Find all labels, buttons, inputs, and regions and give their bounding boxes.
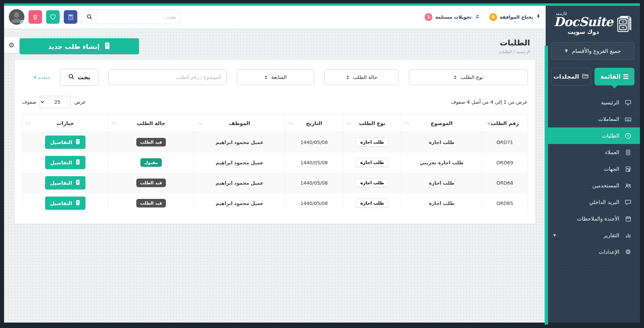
- document-icon: [75, 179, 80, 186]
- page-size-select[interactable]: 25: [40, 96, 71, 108]
- id-badge-icon: [624, 149, 632, 156]
- sidebar-item-settings[interactable]: ⚙ الإعدادات: [546, 244, 640, 260]
- notifications: يحتاج الموافقة 5 تحويلات مستلمة 1: [425, 13, 541, 21]
- column-header-options[interactable]: خيارات ↓↑: [22, 115, 108, 132]
- reports-chart-icon: [624, 232, 632, 239]
- chevron-down-icon: ▼: [553, 233, 556, 238]
- sidebar-item-users[interactable]: المستخدمين: [546, 177, 640, 194]
- logo-title: DocSuite: [554, 15, 613, 29]
- transfer-icon: [474, 14, 481, 20]
- requests-card: نوع الطلب حالة الطلب المتابعة: [14, 60, 535, 224]
- scrollbar[interactable]: [545, 46, 548, 325]
- request-type-select[interactable]: نوع الطلب: [409, 69, 528, 85]
- sidebar-tabs: القائمة المجلدات: [546, 60, 640, 85]
- request-type-pill: طلب اجازة: [356, 199, 388, 208]
- sidebar-item-home[interactable]: الرئيسية: [546, 94, 640, 111]
- global-search-input[interactable]: [97, 10, 180, 24]
- sort-icon: ↓↑: [404, 121, 409, 125]
- global-search: [81, 10, 180, 24]
- top-accent-line: [4, 3, 640, 6]
- sort-icon: ↓↑: [288, 121, 293, 125]
- transfers-count-badge: 1: [425, 13, 432, 21]
- column-header-subject[interactable]: الموضوع ↓↑: [401, 115, 482, 132]
- request-number: ORD65: [482, 193, 527, 213]
- sidebar-item-agenda-notes[interactable]: الأجندة والملاحظات: [546, 210, 640, 227]
- followup-select[interactable]: المتابعة: [237, 69, 314, 85]
- sort-icon: ↓↑: [485, 121, 490, 125]
- details-button[interactable]: التفاصيل: [45, 176, 85, 189]
- filter-row: نوع الطلب حالة الطلب المتابعة: [22, 69, 528, 86]
- subject-or-number-input[interactable]: [109, 69, 227, 85]
- received-transfers-notification[interactable]: تحويلات مستلمة 1: [425, 13, 480, 21]
- table-info-text: عرض من 1 إلى 4 من أصل 4 صفوف: [451, 99, 528, 105]
- column-header-type[interactable]: نوع الطلب ↓↑: [343, 115, 401, 132]
- request-subject: طلب اجازة: [401, 193, 482, 213]
- column-header-employee[interactable]: الموظف ↓↑: [194, 115, 285, 132]
- table-row: ORD69 طلب اجازة تجريبي طلب اجازة 1440/05…: [22, 152, 528, 173]
- request-date: 1440/05/08: [285, 152, 343, 173]
- request-status-select[interactable]: حالة الطلب: [324, 69, 399, 85]
- sort-icon: ↓↑: [197, 121, 202, 125]
- tab-folders[interactable]: المجلدات: [551, 68, 591, 85]
- calendar-icon: [624, 216, 632, 222]
- column-header-status[interactable]: حالة الطلب ↓↑: [108, 115, 194, 132]
- chevron-down-icon: ▼: [34, 76, 36, 79]
- table-row: ORD65 طلب اجازة طلب اجازة 1440/05/08 عمي…: [22, 193, 528, 213]
- sidebar-item-clients[interactable]: العملاء: [546, 144, 640, 161]
- requests-table: رقم الطلب ↓↑ الموضوع ↓↑ نوع الطلب ↓↑: [22, 114, 528, 213]
- avatar[interactable]: [9, 9, 24, 25]
- sidebar-item-transactions[interactable]: المعاملات: [546, 111, 640, 127]
- document-icon: [104, 42, 111, 51]
- document-icon: [75, 139, 80, 146]
- document-icon: [75, 159, 80, 166]
- search-icon: [82, 10, 97, 24]
- filter-search-button[interactable]: بحث: [60, 69, 98, 86]
- page-size-control: عرض 25 صفوف: [22, 96, 86, 108]
- file-cabinet-icon: [616, 15, 632, 33]
- settings-panel-toggle[interactable]: ⚙: [4, 37, 19, 53]
- request-type-pill: طلب اجازة: [356, 158, 388, 167]
- status-badge: قيد الطلب: [136, 179, 165, 187]
- select-caret-icon: [453, 75, 457, 80]
- tab-menu[interactable]: القائمة: [594, 68, 635, 85]
- sidebar-item-reports[interactable]: التقارير ▼: [546, 227, 640, 244]
- branch-selector-label: جميع الفروع والأقسام: [572, 48, 621, 54]
- search-icon: [68, 74, 75, 81]
- details-button[interactable]: التفاصيل: [45, 156, 85, 169]
- approval-count-badge: 5: [489, 13, 497, 21]
- storefront-icon: [624, 166, 632, 172]
- sidebar-item-internal-mail[interactable]: البريد الداخلي: [546, 194, 640, 210]
- advanced-search-link[interactable]: متقدم ▼: [34, 75, 50, 80]
- details-button[interactable]: التفاصيل: [45, 136, 85, 149]
- calculator-button[interactable]: [64, 10, 77, 24]
- table-row: ORD71 طلب اجازة طلب اجازة 1440/05/08 عمي…: [22, 132, 528, 152]
- topbar: يحتاج الموافقة 5 تحويلات مستلمة 1: [4, 6, 546, 28]
- branch-selector[interactable]: جميع الفروع والأقسام ▼: [551, 42, 635, 60]
- window-frame: للأرشفة DocSuite دوك سويت جميع الفروع وا…: [0, 0, 644, 328]
- sort-icon: ↓↑: [111, 121, 116, 125]
- status-badge: قيد الطلب: [136, 199, 165, 207]
- table-row: ORD68 طلب اجازة طلب اجازة 1440/05/08 عمي…: [22, 173, 528, 193]
- needs-approval-notification[interactable]: يحتاج الموافقة 5: [489, 13, 541, 21]
- breadcrumb: الرئيسية / الطلبات: [499, 49, 530, 54]
- keyboard-icon: [624, 116, 632, 123]
- clock-icon: [624, 132, 632, 139]
- column-header-request-number[interactable]: رقم الطلب ↓↑: [482, 115, 527, 132]
- status-badge: مقبول: [140, 158, 162, 167]
- create-request-button[interactable]: إنشاء طلب جديد: [20, 38, 139, 54]
- sidebar-item-requests[interactable]: الطلبات: [546, 127, 640, 144]
- select-caret-icon: [264, 75, 268, 80]
- request-number: ORD68: [482, 173, 527, 193]
- favorites-heart-button[interactable]: [46, 10, 60, 24]
- sidebar-item-entities[interactable]: الجهات: [546, 161, 640, 177]
- online-status-dot: [20, 20, 24, 24]
- request-date: 1440/05/08: [285, 193, 343, 213]
- gear-icon: ⚙: [624, 249, 632, 255]
- users-icon: [624, 182, 632, 189]
- request-employee: عميل محمود ابراهيم: [194, 152, 285, 173]
- sidebar: للأرشفة DocSuite دوك سويت جميع الفروع وا…: [546, 6, 640, 323]
- details-button[interactable]: التفاصيل: [45, 197, 85, 210]
- trash-button[interactable]: [28, 10, 42, 24]
- menu-icon: [623, 74, 628, 79]
- column-header-date[interactable]: التاريخ ↓↑: [285, 115, 343, 132]
